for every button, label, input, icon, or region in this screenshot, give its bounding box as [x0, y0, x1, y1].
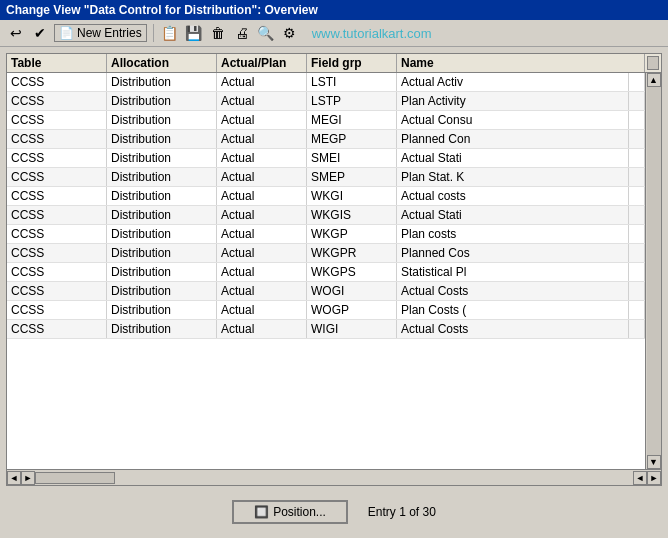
- cell-table: CCSS: [7, 130, 107, 148]
- cell-name: Actual costs: [397, 187, 629, 205]
- cell-allocation: Distribution: [107, 206, 217, 224]
- cell-allocation: Distribution: [107, 149, 217, 167]
- scroll-right-arrow-2[interactable]: ►: [647, 471, 661, 485]
- cell-table: CCSS: [7, 73, 107, 91]
- bottom-bar: 🔲 Position... Entry 1 of 30: [6, 492, 662, 532]
- table-row[interactable]: CCSS Distribution Actual MEGI Actual Con…: [7, 111, 645, 130]
- cell-actual-plan: Actual: [217, 187, 307, 205]
- table-row[interactable]: CCSS Distribution Actual WKGIS Actual St…: [7, 206, 645, 225]
- cell-allocation: Distribution: [107, 320, 217, 338]
- col-header-actual-plan: Actual/Plan: [217, 54, 307, 72]
- cell-name: Actual Consu: [397, 111, 629, 129]
- cell-scroll-spacer: [629, 244, 645, 262]
- print-icon[interactable]: 🖨: [232, 23, 252, 43]
- cell-name: Actual Activ: [397, 73, 629, 91]
- h-scroll-track-1[interactable]: [35, 472, 115, 484]
- column-settings-icon[interactable]: [645, 54, 661, 72]
- main-window: Change View "Data Control for Distributi…: [0, 0, 668, 538]
- cell-field-grp: LSTP: [307, 92, 397, 110]
- position-label: Position...: [273, 505, 326, 519]
- content-area: Table Allocation Actual/Plan Field grp N…: [0, 47, 668, 538]
- toolbar: ↩ ✔ 📄 New Entries 📋 💾 🗑 🖨 🔍 ⚙ www.tutori…: [0, 20, 668, 47]
- cell-field-grp: SMEP: [307, 168, 397, 186]
- table-row[interactable]: CCSS Distribution Actual MEGP Planned Co…: [7, 130, 645, 149]
- settings-icon[interactable]: ⚙: [280, 23, 300, 43]
- vertical-scrollbar[interactable]: ▲ ▼: [645, 73, 661, 469]
- horizontal-scrollbar-row: ◄ ► ◄ ►: [7, 469, 661, 485]
- find-icon[interactable]: 🔍: [256, 23, 276, 43]
- table-header: Table Allocation Actual/Plan Field grp N…: [7, 54, 661, 73]
- cell-field-grp: WOGI: [307, 282, 397, 300]
- cell-actual-plan: Actual: [217, 263, 307, 281]
- table-row[interactable]: CCSS Distribution Actual WOGI Actual Cos…: [7, 282, 645, 301]
- table-row[interactable]: CCSS Distribution Actual WKGI Actual cos…: [7, 187, 645, 206]
- window-title: Change View "Data Control for Distributi…: [6, 3, 318, 17]
- table-row[interactable]: CCSS Distribution Actual WKGP Plan costs: [7, 225, 645, 244]
- col-header-field-grp: Field grp: [307, 54, 397, 72]
- entry-info: Entry 1 of 30: [368, 505, 436, 519]
- delete-icon[interactable]: 🗑: [208, 23, 228, 43]
- scroll-up-arrow[interactable]: ▲: [647, 73, 661, 87]
- cell-scroll-spacer: [629, 92, 645, 110]
- cell-name: Actual Stati: [397, 149, 629, 167]
- cell-allocation: Distribution: [107, 187, 217, 205]
- cell-scroll-spacer: [629, 187, 645, 205]
- cell-actual-plan: Actual: [217, 73, 307, 91]
- new-entries-icon: 📄: [59, 26, 74, 40]
- cell-field-grp: LSTI: [307, 73, 397, 91]
- cell-table: CCSS: [7, 168, 107, 186]
- cell-field-grp: WKGI: [307, 187, 397, 205]
- cell-name: Plan Stat. K: [397, 168, 629, 186]
- cell-actual-plan: Actual: [217, 168, 307, 186]
- cell-actual-plan: Actual: [217, 149, 307, 167]
- cell-name: Statistical Pl: [397, 263, 629, 281]
- position-button[interactable]: 🔲 Position...: [232, 500, 348, 524]
- table-row[interactable]: CCSS Distribution Actual LSTI Actual Act…: [7, 73, 645, 92]
- scroll-left-arrow-1[interactable]: ◄: [7, 471, 21, 485]
- col-header-table: Table: [7, 54, 107, 72]
- table-row[interactable]: CCSS Distribution Actual SMEP Plan Stat.…: [7, 168, 645, 187]
- cell-scroll-spacer: [629, 206, 645, 224]
- cell-actual-plan: Actual: [217, 244, 307, 262]
- table-row[interactable]: CCSS Distribution Actual WKGPR Planned C…: [7, 244, 645, 263]
- cell-name: Actual Stati: [397, 206, 629, 224]
- undo-icon[interactable]: ↩: [6, 23, 26, 43]
- cell-table: CCSS: [7, 301, 107, 319]
- cell-allocation: Distribution: [107, 92, 217, 110]
- cell-scroll-spacer: [629, 225, 645, 243]
- cell-field-grp: MEGP: [307, 130, 397, 148]
- cell-actual-plan: Actual: [217, 130, 307, 148]
- cell-table: CCSS: [7, 225, 107, 243]
- cell-table: CCSS: [7, 263, 107, 281]
- copy-icon[interactable]: 📋: [160, 23, 180, 43]
- check-icon[interactable]: ✔: [30, 23, 50, 43]
- cell-scroll-spacer: [629, 301, 645, 319]
- cell-scroll-spacer: [629, 282, 645, 300]
- scroll-left-arrow-2[interactable]: ◄: [633, 471, 647, 485]
- cell-scroll-spacer: [629, 168, 645, 186]
- cell-name: Planned Con: [397, 130, 629, 148]
- scroll-track-v[interactable]: [647, 87, 661, 455]
- scroll-right-arrow-1[interactable]: ►: [21, 471, 35, 485]
- cell-field-grp: WKGP: [307, 225, 397, 243]
- cell-field-grp: WIGI: [307, 320, 397, 338]
- cell-table: CCSS: [7, 282, 107, 300]
- new-entries-button[interactable]: 📄 New Entries: [54, 24, 147, 42]
- save-icon[interactable]: 💾: [184, 23, 204, 43]
- cell-scroll-spacer: [629, 149, 645, 167]
- cell-scroll-spacer: [629, 130, 645, 148]
- table-row[interactable]: CCSS Distribution Actual WKGPS Statistic…: [7, 263, 645, 282]
- data-table: Table Allocation Actual/Plan Field grp N…: [6, 53, 662, 486]
- cell-table: CCSS: [7, 111, 107, 129]
- cell-table: CCSS: [7, 187, 107, 205]
- table-row[interactable]: CCSS Distribution Actual LSTP Plan Activ…: [7, 92, 645, 111]
- cell-actual-plan: Actual: [217, 92, 307, 110]
- cell-actual-plan: Actual: [217, 206, 307, 224]
- cell-table: CCSS: [7, 320, 107, 338]
- cell-allocation: Distribution: [107, 73, 217, 91]
- table-row[interactable]: CCSS Distribution Actual WIGI Actual Cos…: [7, 320, 645, 339]
- cell-field-grp: SMEI: [307, 149, 397, 167]
- table-row[interactable]: CCSS Distribution Actual SMEI Actual Sta…: [7, 149, 645, 168]
- table-row[interactable]: CCSS Distribution Actual WOGP Plan Costs…: [7, 301, 645, 320]
- scroll-down-arrow[interactable]: ▼: [647, 455, 661, 469]
